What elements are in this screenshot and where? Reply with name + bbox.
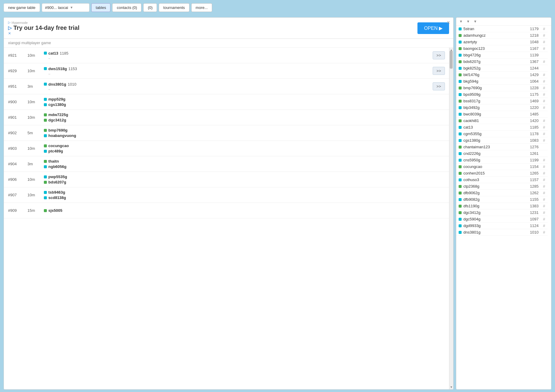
game-players: bmp7690ghoabangvuong <box>44 128 445 138</box>
ad-open-button[interactable]: OPEN ▶ <box>417 22 449 34</box>
player-list-rating: 1175 <box>527 92 539 97</box>
player-status-dot <box>459 67 462 70</box>
join-button[interactable]: >> <box>433 82 445 90</box>
list-item[interactable]: 5stran1179# <box>456 26 548 32</box>
player-list-name: cgs1380g <box>463 138 525 143</box>
player-list-name: cocungcao <box>463 164 525 169</box>
list-item[interactable]: caokhi811420# <box>456 118 548 124</box>
player-dot <box>44 119 47 122</box>
game-players: dws1518g 1153 – <box>44 67 430 75</box>
game-id: #902 <box>8 131 24 135</box>
list-item[interactable]: cgs1380g1083# <box>456 137 548 144</box>
player-list-name: caokhi81 <box>463 118 525 123</box>
player-list-rating: 1097 <box>527 217 539 221</box>
list-item[interactable]: ctp2368g1285# <box>456 183 548 190</box>
list-item[interactable]: cocungcao1154# <box>456 163 548 170</box>
game-table-wrapper: #92110mcat13 1185 –>>#92910mdws1518g 115… <box>4 48 453 389</box>
tab-tables[interactable]: tables <box>91 3 111 12</box>
list-item[interactable]: bkf1476g1429# <box>456 72 548 78</box>
list-item[interactable]: cothuso31157# <box>456 177 548 183</box>
list-item[interactable]: bps9509g1175# <box>456 91 548 98</box>
player-list-name: 5stran <box>463 27 525 31</box>
tab-contacts[interactable]: contacts (0) <box>112 3 141 12</box>
player-name-entry: cgs1380g <box>44 102 445 107</box>
list-item[interactable]: dfb9062g1262# <box>456 190 548 196</box>
list-item[interactable]: bds6207g1367# <box>456 58 548 65</box>
sort-button-1[interactable]: ▼ <box>458 19 464 24</box>
game-time: 10m <box>27 100 41 104</box>
list-item[interactable]: bbg4726g1139 <box>456 52 548 58</box>
player-list-hash: # <box>540 92 545 97</box>
player-list-rating: 1367 <box>527 59 539 64</box>
list-item[interactable]: baongoc1231167# <box>456 45 548 52</box>
player-status-dot <box>459 80 462 83</box>
left-scrollbar[interactable]: ▲ ▼ <box>449 48 453 389</box>
tab-chat[interactable]: (0) <box>143 3 157 12</box>
player-list-rating: 1179 <box>527 27 539 31</box>
player-list-hash: # <box>540 171 545 175</box>
game-row: #90710mtsb9463gscd8138g <box>4 187 449 203</box>
ad-provider-name: Hypernode <box>12 21 28 24</box>
list-item[interactable]: adamhungcz1218# <box>456 32 548 39</box>
player-list-name: adamhungcz <box>463 33 525 38</box>
ad-x-link[interactable]: ✕ <box>8 31 79 36</box>
game-players: dns3801g 1010 – <box>44 82 430 91</box>
list-item[interactable]: bmp7690g1228# <box>456 85 548 91</box>
player-dot <box>44 160 47 163</box>
player-list-name: cns5950g <box>463 158 525 162</box>
player-list-hash: # <box>540 197 545 202</box>
sort-button-3[interactable]: ▼ <box>472 19 478 24</box>
list-item[interactable]: dgc5904g1097# <box>456 216 548 223</box>
list-item[interactable]: dgd9933g1124# <box>456 223 548 229</box>
game-row: #92110mcat13 1185 –>> <box>4 48 449 63</box>
player-list-hash: # <box>540 230 545 234</box>
player-status-dot <box>459 119 462 122</box>
player-username: cocungcao <box>48 143 69 148</box>
list-item[interactable]: dfb9082g1155# <box>456 196 548 203</box>
ad-provider: ▷ Hypernode <box>8 21 79 24</box>
account-dropdown[interactable]: #900... laocai ▼ <box>42 3 90 12</box>
player-list-name: bgk8252g <box>463 66 525 70</box>
list-item[interactable]: dfs1190g1383# <box>456 203 548 209</box>
list-item[interactable]: dgc3412g1231# <box>456 209 548 216</box>
list-item[interactable]: cat131185# <box>456 124 548 131</box>
game-time: 10m <box>27 69 41 73</box>
player-list-hash: # <box>540 79 545 84</box>
player-username: sjs5005 <box>48 208 62 213</box>
game-id: #921 <box>8 53 24 58</box>
sort-button-2[interactable]: ▼ <box>465 19 471 24</box>
scroll-down-icon[interactable]: ▼ <box>449 385 453 389</box>
player-username: dws1518g <box>48 67 67 71</box>
list-item[interactable]: bkg594g1064# <box>456 78 548 85</box>
list-item[interactable]: btp3492g1220# <box>456 104 548 111</box>
tab-tournaments[interactable]: tournaments <box>159 3 189 12</box>
list-item[interactable]: bwc8039g1485 <box>456 111 548 118</box>
list-item[interactable]: chantaiman1231276 <box>456 144 548 150</box>
list-item[interactable]: cgm5355g1178# <box>456 131 548 137</box>
player-list-name: bmp7690g <box>463 86 525 90</box>
ad-close-icon[interactable]: ✕ <box>447 20 450 25</box>
player-status-dot <box>459 172 462 175</box>
list-item[interactable]: conhen20151265# <box>456 170 548 177</box>
player-name-entry: ngb6056g <box>44 164 445 169</box>
join-button[interactable]: >> <box>433 51 445 59</box>
player-list-rating: 1383 <box>527 204 539 208</box>
player-status-dot <box>459 27 462 30</box>
player-list-hash: # <box>540 46 545 51</box>
player-list-rating: 1276 <box>527 145 539 149</box>
list-item[interactable]: bss8317g1469# <box>456 98 548 104</box>
tab-more[interactable]: more... <box>191 3 212 12</box>
list-item[interactable]: azertyty1048# <box>456 39 548 45</box>
list-item[interactable]: cns5950g1199# <box>456 157 548 163</box>
join-button[interactable]: >> <box>433 67 445 75</box>
list-item[interactable]: cnd2226g1261 <box>456 150 548 157</box>
new-game-button[interactable]: new game table <box>4 3 40 12</box>
game-id: #903 <box>8 146 24 151</box>
list-item[interactable]: bgk8252g1244 <box>456 65 548 72</box>
player-name-entry: dws1518g 1153 <box>44 67 430 71</box>
player-list-rating: 1429 <box>527 72 539 77</box>
players-list: 5stran1179#adamhungcz1218#azertyty1048#b… <box>456 26 551 389</box>
list-item[interactable]: dns3801g1010# <box>456 229 548 236</box>
player-list-hash: # <box>540 138 545 143</box>
player-list-rating: 1218 <box>527 33 539 38</box>
